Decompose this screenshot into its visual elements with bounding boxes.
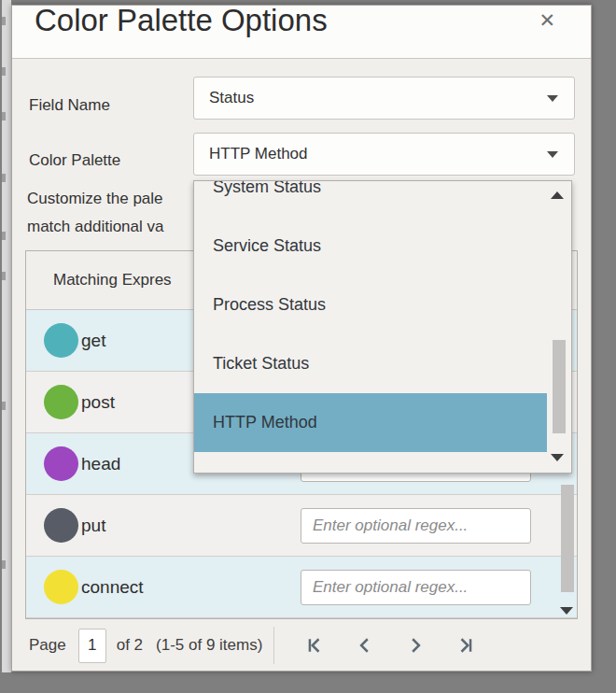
color-swatch[interactable] (44, 508, 78, 543)
scroll-up-icon[interactable] (551, 191, 564, 199)
regex-input[interactable] (301, 508, 531, 544)
last-page-icon[interactable] (457, 636, 476, 655)
chevron-down-icon (547, 151, 558, 158)
dropdown-item[interactable]: Service Status (194, 217, 547, 276)
description-line-1: Customize the pale (27, 190, 163, 208)
edge-tick (2, 174, 6, 182)
dialog-title: Color Palette Options (35, 3, 328, 38)
field-name-select[interactable]: Status (193, 77, 575, 120)
dropdown-item[interactable]: Ticket Status (194, 334, 547, 393)
dropdown-scrollbar-thumb[interactable] (553, 340, 566, 433)
color-swatch[interactable] (44, 446, 78, 481)
page-label: Page (29, 636, 66, 655)
dialog-header: Color Palette Options ✕ (12, 6, 591, 59)
color-palette-select-value: HTTP Method (209, 145, 308, 163)
color-swatch[interactable] (44, 323, 78, 358)
description-line-2: match additional va (27, 218, 163, 236)
row-label: put (81, 516, 105, 536)
regex-input[interactable] (301, 570, 531, 605)
scroll-down-icon[interactable] (551, 454, 564, 461)
dropdown-item[interactable]: HTTP Method (194, 393, 547, 452)
color-swatch[interactable] (44, 570, 78, 604)
row-label: connect (81, 577, 144, 598)
table-scrollbar-thumb[interactable] (561, 485, 574, 592)
table-row: put (26, 495, 577, 557)
dropdown-item[interactable]: System Status (194, 180, 547, 217)
edge-tick (2, 272, 6, 280)
scroll-down-icon[interactable] (560, 607, 573, 615)
page-number-input[interactable] (78, 629, 106, 663)
row-label: get (81, 331, 105, 351)
previous-page-icon[interactable] (357, 636, 375, 655)
dropdown-item[interactable]: Process Status (194, 276, 547, 334)
edge-tick (2, 232, 6, 240)
pagination-bar: Page of 2 (1-5 of 9 items) (12, 619, 591, 672)
dropdown-options: System Status Service Status Process Sta… (194, 180, 547, 452)
underlying-window-edge (2, 0, 11, 672)
page-of-label: of 2 (117, 636, 143, 655)
field-name-select-value: Status (209, 89, 254, 107)
edge-tick (2, 402, 6, 410)
items-range-label: (1-5 of 9 items) (156, 636, 262, 655)
color-palette-label: Color Palette (29, 151, 120, 170)
edge-tick (2, 560, 6, 569)
edge-tick (2, 17, 6, 25)
color-palette-dropdown-list: System Status Service Status Process Sta… (193, 180, 572, 474)
edge-tick (2, 67, 6, 76)
first-page-icon[interactable] (306, 636, 325, 655)
table-row: connect (26, 557, 577, 618)
row-label: head (81, 454, 120, 474)
row-label: post (81, 392, 115, 413)
next-page-icon[interactable] (407, 636, 426, 655)
pagination-divider (273, 627, 274, 664)
chevron-down-icon (547, 95, 558, 102)
close-icon[interactable]: ✕ (539, 9, 555, 32)
field-name-label: Field Name (29, 96, 110, 115)
color-swatch[interactable] (44, 385, 78, 419)
edge-tick (2, 112, 6, 120)
color-palette-select[interactable]: HTTP Method (193, 133, 575, 176)
